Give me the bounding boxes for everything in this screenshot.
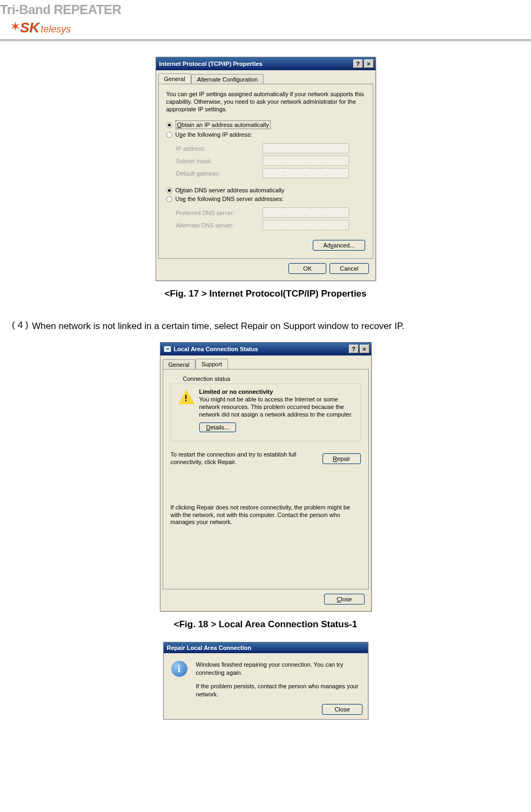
page-title: Tri-Band REPEATER [0, 2, 531, 17]
input-subnet-mask: ... [263, 156, 349, 166]
description-text: You can get IP settings assigned automat… [166, 91, 365, 113]
cancel-button[interactable]: Cancel [330, 263, 368, 274]
tab-general[interactable]: General [163, 359, 196, 369]
connection-status-legend: Connection status [181, 375, 233, 382]
label-default-gateway: Default gateway: [176, 170, 263, 177]
network-icon [164, 346, 171, 352]
lan-status-dialog: Local Area Connection Status ? × General… [160, 342, 372, 612]
radio-use-dns-label: Use the following DNS server addresses: [176, 196, 284, 202]
close-button[interactable]: Close [322, 704, 362, 715]
info-text-2: If the problem persists, contact the per… [196, 682, 360, 699]
details-button[interactable]: Details... [199, 422, 237, 432]
radio-obtain-ip[interactable] [166, 122, 172, 128]
info-icon: i [171, 661, 190, 679]
repair-button[interactable]: Repair [322, 453, 360, 464]
dialog-titlebar: Internet Protocol (TCP/IP) Properties ? … [156, 57, 375, 70]
step-4: (４) When network is not linked in a cert… [12, 319, 520, 334]
radio-obtain-dns[interactable] [166, 187, 172, 193]
help-button[interactable]: ? [353, 59, 363, 68]
help-button[interactable]: ? [349, 345, 359, 353]
note-text: If clicking Repair does not restore conn… [171, 504, 361, 526]
label-preferred-dns: Preferred DNS server: [176, 210, 263, 216]
radio-obtain-dns-label: Obtain DNS server address automatically [176, 187, 285, 193]
tcpip-properties-dialog: Internet Protocol (TCP/IP) Properties ? … [156, 57, 376, 281]
radio-use-ip-label: Use the following IP address: [176, 131, 252, 138]
label-alternate-dns: Alternate DNS server: [176, 222, 263, 229]
close-button[interactable]: × [364, 59, 374, 68]
input-preferred-dns: ... [263, 207, 349, 218]
input-default-gateway: ... [263, 168, 349, 178]
label-subnet-mask: Subnet mask: [176, 158, 263, 164]
step-number: (４) [12, 319, 29, 334]
dialog-titlebar: Local Area Connection Status ? × [160, 343, 371, 355]
repair-lan-dialog: Repair Local Area Connection i Windows f… [163, 642, 368, 719]
figure-18-caption: <Fig. 18 > Local Area Connection Status-… [0, 619, 531, 630]
repair-text: To restart the connection and try to est… [171, 451, 317, 466]
tab-general[interactable]: General [158, 73, 191, 84]
radio-use-dns[interactable] [166, 196, 172, 202]
figure-17-caption: <Fig. 17 > Internet Protocol(TCP/IP) Pro… [0, 288, 531, 299]
radio-use-ip[interactable] [166, 132, 172, 138]
page-header: Tri-Band REPEATER [0, 0, 531, 18]
divider [0, 39, 531, 41]
step-body: When network is not linked in a certain … [32, 319, 520, 334]
radio-obtain-ip-label: Obtain an IP address automatically [176, 120, 271, 129]
info-text-1: Windows finished repairing your connecti… [196, 661, 360, 677]
logo-row: ✶ SK telesys [0, 18, 531, 39]
logo-sk: SK [20, 19, 39, 36]
advanced-button[interactable]: Advanced... [313, 240, 365, 251]
dialog-title: Repair Local Area Connection [167, 645, 366, 651]
warning-text: You might not be able to access the Inte… [199, 396, 354, 418]
tab-alternate-configuration[interactable]: Alternate Configuration [191, 74, 264, 84]
close-button-bottom[interactable]: Close [324, 594, 364, 605]
tab-support[interactable]: Support [196, 359, 228, 369]
dialog-titlebar: Repair Local Area Connection [164, 642, 368, 653]
label-ip-address: IP address: [176, 145, 263, 152]
ok-button[interactable]: OK [288, 263, 326, 274]
input-ip-address: ... [263, 143, 349, 153]
sk-telesys-logo: ✶ SK telesys [11, 19, 71, 36]
warning-title: Limited or no connectivity [199, 388, 354, 395]
star-icon: ✶ [11, 20, 20, 33]
warning-icon [178, 388, 195, 406]
info-text: Windows finished repairing your connecti… [196, 661, 360, 698]
close-button[interactable]: × [360, 345, 369, 353]
dialog-title: Local Area Connection Status [174, 346, 348, 352]
dialog-title: Internet Protocol (TCP/IP) Properties [159, 61, 352, 67]
input-alternate-dns: ... [263, 220, 349, 230]
logo-telesys: telesys [41, 24, 71, 35]
